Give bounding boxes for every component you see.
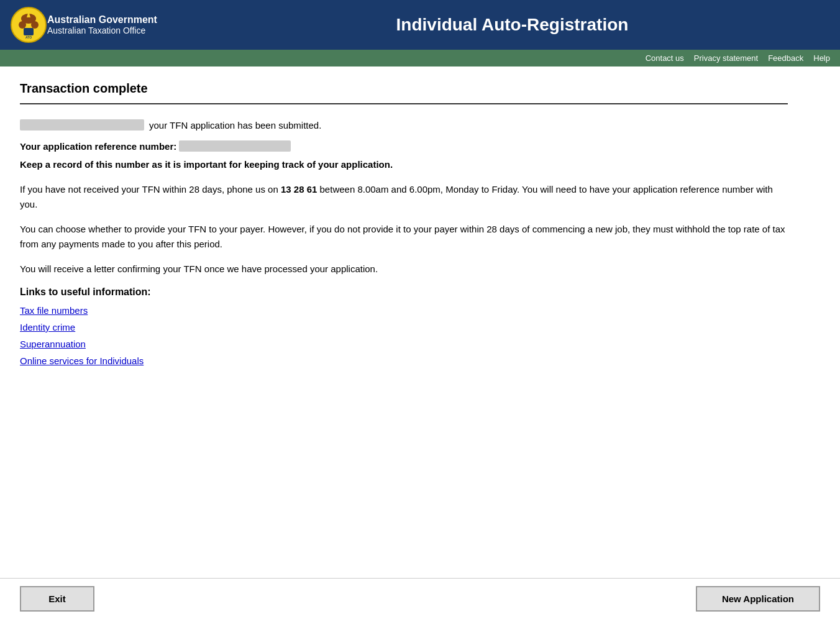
main-content: Transaction complete your TFN applicatio… (0, 66, 808, 406)
keep-record-text: Keep a record of this number as it is im… (20, 159, 788, 170)
info-para-2: You can choose whether to provide your T… (20, 222, 788, 252)
footer-buttons: Exit New Application (0, 578, 840, 619)
info-para-3: You will receive a letter confirming you… (20, 262, 788, 277)
svg-text:ATO: ATO (25, 35, 32, 39)
page-header-title: Individual Auto-Registration (170, 15, 830, 35)
submission-line: your TFN application has been submitted. (20, 119, 788, 131)
svg-point-3 (31, 21, 39, 29)
help-link[interactable]: Help (813, 53, 830, 63)
list-item: Identity crime (20, 322, 788, 332)
coat-of-arms-icon: ATO (10, 6, 47, 44)
links-heading: Links to useful information: (20, 287, 788, 298)
reference-number-line: Your application reference number: (20, 140, 788, 152)
page-title: Transaction complete (20, 81, 788, 96)
page-header: ATO Australian Government Australian Tax… (0, 0, 840, 50)
online-services-link[interactable]: Online services for Individuals (20, 355, 144, 366)
contact-us-link[interactable]: Contact us (646, 53, 684, 63)
nav-bar: Contact us Privacy statement Feedback He… (0, 50, 840, 66)
identity-crime-link[interactable]: Identity crime (20, 322, 75, 332)
ref-label: Your application reference number: (20, 141, 176, 152)
title-divider (20, 103, 788, 104)
tax-file-numbers-link[interactable]: Tax file numbers (20, 305, 88, 316)
list-item: Superannuation (20, 339, 788, 349)
svg-point-2 (19, 21, 26, 29)
org-name-block: Australian Government Australian Taxatio… (47, 14, 157, 35)
redacted-name-block (20, 119, 144, 131)
phone-number: 13 28 61 (281, 184, 317, 195)
redacted-ref-block (179, 140, 291, 152)
submission-text: your TFN application has been submitted. (149, 120, 321, 131)
svg-rect-4 (24, 28, 34, 35)
org-name: Australian Government (47, 14, 157, 25)
superannuation-link[interactable]: Superannuation (20, 339, 86, 349)
privacy-statement-link[interactable]: Privacy statement (694, 53, 758, 63)
exit-button[interactable]: Exit (20, 586, 94, 612)
logo-section: ATO Australian Government Australian Tax… (10, 6, 157, 44)
info-para-1: If you have not received your TFN within… (20, 182, 788, 212)
feedback-link[interactable]: Feedback (768, 53, 803, 63)
list-item: Online services for Individuals (20, 355, 788, 366)
org-sub-name: Australian Taxation Office (47, 25, 157, 35)
new-application-button[interactable]: New Application (696, 586, 820, 612)
list-item: Tax file numbers (20, 305, 788, 316)
useful-links-list: Tax file numbers Identity crime Superann… (20, 305, 788, 366)
